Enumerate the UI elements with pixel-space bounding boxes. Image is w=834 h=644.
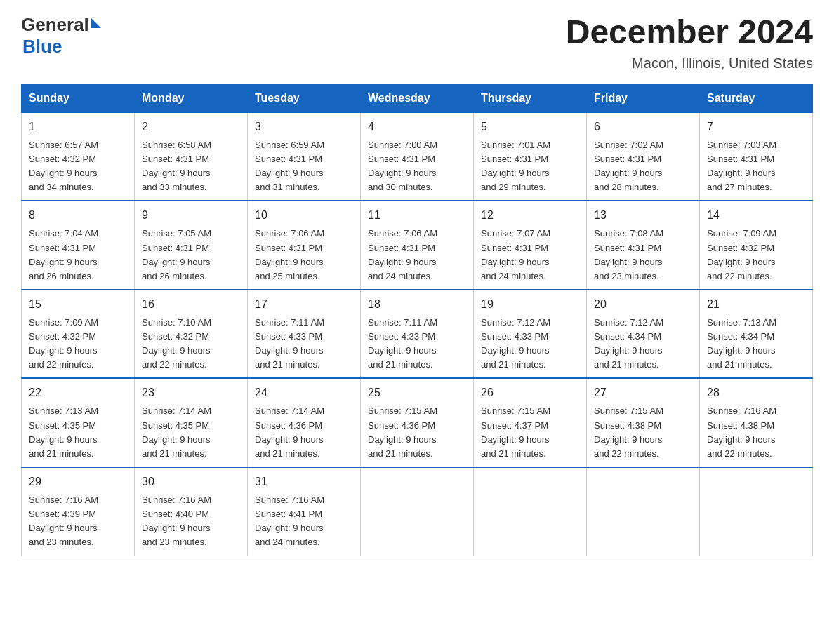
calendar-week-row: 8Sunrise: 7:04 AMSunset: 4:31 PMDaylight… xyxy=(22,201,813,290)
weekday-header-saturday: Saturday xyxy=(700,84,813,112)
day-info: Sunrise: 6:58 AMSunset: 4:31 PMDaylight:… xyxy=(142,138,240,195)
day-number: 8 xyxy=(29,207,127,224)
day-info: Sunrise: 7:13 AMSunset: 4:34 PMDaylight:… xyxy=(707,316,805,373)
calendar-week-row: 22Sunrise: 7:13 AMSunset: 4:35 PMDayligh… xyxy=(22,378,813,467)
calendar-day-cell: 7Sunrise: 7:03 AMSunset: 4:31 PMDaylight… xyxy=(700,112,813,201)
day-number: 16 xyxy=(142,296,240,313)
calendar-day-cell xyxy=(587,467,700,556)
day-info: Sunrise: 7:10 AMSunset: 4:32 PMDaylight:… xyxy=(142,316,240,373)
day-info: Sunrise: 6:59 AMSunset: 4:31 PMDaylight:… xyxy=(255,138,353,195)
day-info: Sunrise: 7:06 AMSunset: 4:31 PMDaylight:… xyxy=(255,227,353,283)
calendar-day-cell: 26Sunrise: 7:15 AMSunset: 4:37 PMDayligh… xyxy=(474,378,587,467)
day-number: 15 xyxy=(29,296,127,313)
day-info: Sunrise: 7:06 AMSunset: 4:31 PMDaylight:… xyxy=(368,227,466,283)
calendar-week-row: 15Sunrise: 7:09 AMSunset: 4:32 PMDayligh… xyxy=(22,290,813,379)
day-info: Sunrise: 7:04 AMSunset: 4:31 PMDaylight:… xyxy=(29,227,127,283)
calendar-day-cell: 19Sunrise: 7:12 AMSunset: 4:33 PMDayligh… xyxy=(474,290,587,379)
calendar-day-cell: 10Sunrise: 7:06 AMSunset: 4:31 PMDayligh… xyxy=(248,201,361,290)
day-info: Sunrise: 7:01 AMSunset: 4:31 PMDaylight:… xyxy=(481,138,579,195)
day-number: 26 xyxy=(481,384,579,401)
day-info: Sunrise: 7:02 AMSunset: 4:31 PMDaylight:… xyxy=(594,138,692,195)
day-info: Sunrise: 7:05 AMSunset: 4:31 PMDaylight:… xyxy=(142,227,240,283)
calendar-day-cell: 20Sunrise: 7:12 AMSunset: 4:34 PMDayligh… xyxy=(587,290,700,379)
day-number: 1 xyxy=(29,119,127,135)
day-number: 5 xyxy=(481,119,579,135)
calendar-table: SundayMondayTuesdayWednesdayThursdayFrid… xyxy=(21,84,813,556)
day-number: 11 xyxy=(368,207,466,224)
day-info: Sunrise: 7:09 AMSunset: 4:32 PMDaylight:… xyxy=(707,227,805,283)
calendar-day-cell xyxy=(361,467,474,556)
day-info: Sunrise: 7:15 AMSunset: 4:36 PMDaylight:… xyxy=(368,404,466,461)
day-info: Sunrise: 7:16 AMSunset: 4:38 PMDaylight:… xyxy=(707,404,805,461)
day-number: 29 xyxy=(29,474,127,490)
day-number: 23 xyxy=(142,384,240,401)
day-number: 7 xyxy=(707,119,805,135)
day-info: Sunrise: 7:08 AMSunset: 4:31 PMDaylight:… xyxy=(594,227,692,283)
weekday-header-row: SundayMondayTuesdayWednesdayThursdayFrid… xyxy=(22,84,813,112)
calendar-day-cell xyxy=(474,467,587,556)
calendar-day-cell: 14Sunrise: 7:09 AMSunset: 4:32 PMDayligh… xyxy=(700,201,813,290)
day-number: 31 xyxy=(255,474,353,490)
weekday-header-friday: Friday xyxy=(587,84,700,112)
day-number: 19 xyxy=(481,296,579,313)
calendar-day-cell: 13Sunrise: 7:08 AMSunset: 4:31 PMDayligh… xyxy=(587,201,700,290)
day-number: 12 xyxy=(481,207,579,224)
calendar-day-cell: 27Sunrise: 7:15 AMSunset: 4:38 PMDayligh… xyxy=(587,378,700,467)
day-number: 30 xyxy=(142,474,240,490)
calendar-week-row: 1Sunrise: 6:57 AMSunset: 4:32 PMDaylight… xyxy=(22,112,813,201)
calendar-day-cell: 2Sunrise: 6:58 AMSunset: 4:31 PMDaylight… xyxy=(135,112,248,201)
logo-text-blue: Blue xyxy=(22,36,62,58)
day-number: 22 xyxy=(29,384,127,401)
calendar-day-cell: 1Sunrise: 6:57 AMSunset: 4:32 PMDaylight… xyxy=(22,112,135,201)
day-info: Sunrise: 7:14 AMSunset: 4:36 PMDaylight:… xyxy=(255,404,353,461)
calendar-day-cell: 9Sunrise: 7:05 AMSunset: 4:31 PMDaylight… xyxy=(135,201,248,290)
day-number: 28 xyxy=(707,384,805,401)
calendar-day-cell: 12Sunrise: 7:07 AMSunset: 4:31 PMDayligh… xyxy=(474,201,587,290)
day-number: 20 xyxy=(594,296,692,313)
location-subtitle: Macon, Illinois, United States xyxy=(566,55,813,72)
weekday-header-sunday: Sunday xyxy=(22,84,135,112)
day-info: Sunrise: 7:12 AMSunset: 4:33 PMDaylight:… xyxy=(481,316,579,373)
calendar-week-row: 29Sunrise: 7:16 AMSunset: 4:39 PMDayligh… xyxy=(22,467,813,556)
calendar-day-cell: 25Sunrise: 7:15 AMSunset: 4:36 PMDayligh… xyxy=(361,378,474,467)
day-info: Sunrise: 7:16 AMSunset: 4:41 PMDaylight:… xyxy=(255,493,353,550)
calendar-day-cell: 17Sunrise: 7:11 AMSunset: 4:33 PMDayligh… xyxy=(248,290,361,379)
day-info: Sunrise: 7:00 AMSunset: 4:31 PMDaylight:… xyxy=(368,138,466,195)
day-info: Sunrise: 7:16 AMSunset: 4:39 PMDaylight:… xyxy=(29,493,127,550)
calendar-day-cell: 24Sunrise: 7:14 AMSunset: 4:36 PMDayligh… xyxy=(248,378,361,467)
calendar-day-cell: 5Sunrise: 7:01 AMSunset: 4:31 PMDaylight… xyxy=(474,112,587,201)
day-number: 17 xyxy=(255,296,353,313)
day-number: 18 xyxy=(368,296,466,313)
day-number: 6 xyxy=(594,119,692,135)
day-info: Sunrise: 7:16 AMSunset: 4:40 PMDaylight:… xyxy=(142,493,240,550)
day-number: 27 xyxy=(594,384,692,401)
logo-triangle-icon xyxy=(91,18,101,28)
weekday-header-wednesday: Wednesday xyxy=(361,84,474,112)
calendar-day-cell: 31Sunrise: 7:16 AMSunset: 4:41 PMDayligh… xyxy=(248,467,361,556)
day-info: Sunrise: 7:12 AMSunset: 4:34 PMDaylight:… xyxy=(594,316,692,373)
weekday-header-monday: Monday xyxy=(135,84,248,112)
day-number: 10 xyxy=(255,207,353,224)
day-info: Sunrise: 7:11 AMSunset: 4:33 PMDaylight:… xyxy=(255,316,353,373)
calendar-day-cell xyxy=(700,467,813,556)
day-number: 13 xyxy=(594,207,692,224)
day-info: Sunrise: 7:14 AMSunset: 4:35 PMDaylight:… xyxy=(142,404,240,461)
day-number: 24 xyxy=(255,384,353,401)
calendar-day-cell: 6Sunrise: 7:02 AMSunset: 4:31 PMDaylight… xyxy=(587,112,700,201)
day-number: 9 xyxy=(142,207,240,224)
calendar-day-cell: 30Sunrise: 7:16 AMSunset: 4:40 PMDayligh… xyxy=(135,467,248,556)
day-info: Sunrise: 7:15 AMSunset: 4:38 PMDaylight:… xyxy=(594,404,692,461)
title-area: December 2024 Macon, Illinois, United St… xyxy=(566,14,813,72)
day-number: 3 xyxy=(255,119,353,135)
page-header: General Blue December 2024 Macon, Illino… xyxy=(21,14,813,72)
day-info: Sunrise: 7:03 AMSunset: 4:31 PMDaylight:… xyxy=(707,138,805,195)
weekday-header-thursday: Thursday xyxy=(474,84,587,112)
calendar-day-cell: 22Sunrise: 7:13 AMSunset: 4:35 PMDayligh… xyxy=(22,378,135,467)
calendar-day-cell: 29Sunrise: 7:16 AMSunset: 4:39 PMDayligh… xyxy=(22,467,135,556)
day-number: 25 xyxy=(368,384,466,401)
calendar-day-cell: 15Sunrise: 7:09 AMSunset: 4:32 PMDayligh… xyxy=(22,290,135,379)
logo: General Blue xyxy=(21,14,101,58)
day-info: Sunrise: 7:07 AMSunset: 4:31 PMDaylight:… xyxy=(481,227,579,283)
month-year-title: December 2024 xyxy=(566,14,813,51)
day-info: Sunrise: 7:15 AMSunset: 4:37 PMDaylight:… xyxy=(481,404,579,461)
